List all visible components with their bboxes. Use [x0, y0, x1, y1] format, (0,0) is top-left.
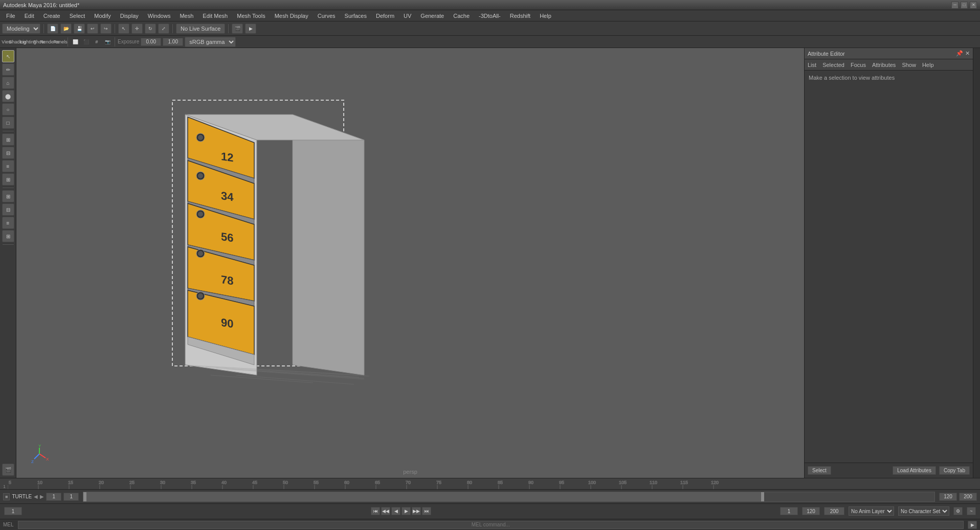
extra3-btn[interactable]: ≡ [2, 217, 14, 229]
pin-icon[interactable]: 📌 [956, 50, 963, 57]
render-view-btn[interactable]: 🎬 [2, 464, 14, 476]
menu-deform[interactable]: Deform [372, 12, 398, 20]
ipr-btn[interactable]: ▶ [245, 24, 256, 34]
redo-btn[interactable]: ↪ [100, 24, 112, 34]
go-end-btn[interactable]: ⏭ [422, 507, 431, 515]
execute-mel-btn[interactable]: ▶ [968, 521, 977, 529]
select-tool-btn[interactable]: ↖ [2, 50, 14, 62]
go-start-btn[interactable]: ⏮ [371, 507, 380, 515]
attr-show-tab[interactable]: Show [902, 62, 916, 68]
menu-curves[interactable]: Curves [314, 12, 340, 20]
menu-mesh[interactable]: Mesh [175, 12, 197, 20]
extra4-btn[interactable]: ⊞ [2, 230, 14, 242]
save-btn[interactable]: 💾 [74, 24, 85, 34]
playback-speed-input[interactable] [63, 493, 79, 501]
mel-input[interactable] [18, 521, 964, 529]
close-btn[interactable]: ✕ [970, 2, 977, 9]
menu-uv[interactable]: UV [399, 12, 415, 20]
new-btn[interactable]: 📄 [47, 24, 58, 34]
menu-help[interactable]: Help [536, 12, 555, 20]
menu-file[interactable]: File [2, 12, 19, 20]
scale-tool[interactable]: ⤢ [158, 24, 169, 34]
square-tool-btn[interactable]: □ [2, 117, 14, 129]
rotate-tool[interactable]: ↻ [145, 24, 156, 34]
menu-redshift[interactable]: Redshift [506, 12, 534, 20]
menu-generate[interactable]: Generate [416, 12, 448, 20]
menu-3dto[interactable]: -3DtoAll- [475, 12, 505, 20]
paint-tool-btn[interactable]: ✏ [2, 63, 14, 76]
extra2-btn[interactable]: ⊟ [2, 203, 14, 216]
max-range-display[interactable] [824, 507, 844, 515]
menu-display[interactable]: Display [116, 12, 143, 20]
step-fwd-btn[interactable]: ▶▶ [412, 507, 421, 515]
grid-tool-btn[interactable]: ⊞ [2, 133, 14, 146]
circle-tool-btn[interactable]: ○ [2, 103, 14, 116]
grid2-tool-btn[interactable]: ⊟ [2, 147, 14, 159]
wireframe-btn[interactable]: ⬜ [71, 37, 80, 47]
play-fwd-btn[interactable]: ▶ [402, 507, 411, 515]
camera-btn[interactable]: 📷 [103, 37, 112, 47]
range-end2-input[interactable] [959, 493, 977, 501]
menu-windows[interactable]: Windows [144, 12, 175, 20]
attr-selected-tab[interactable]: Selected [822, 62, 844, 68]
menu-edit-mesh[interactable]: Edit Mesh [198, 12, 232, 20]
anim-curve-btn[interactable]: ~ [967, 507, 976, 515]
attr-editor-close[interactable]: 📌 ✕ [956, 50, 970, 57]
exposure-input[interactable] [141, 38, 161, 46]
live-surface-btn[interactable]: No Live Surface [176, 24, 225, 34]
close-icon[interactable]: ✕ [965, 50, 970, 57]
undo-btn[interactable]: ↩ [87, 24, 98, 34]
menu-select[interactable]: Select [65, 12, 90, 20]
smooth-btn[interactable]: ⬛ [81, 37, 91, 47]
anim-settings-btn[interactable]: ⚙ [953, 507, 963, 515]
menu-mesh-tools[interactable]: Mesh Tools [233, 12, 269, 20]
gamma-input[interactable] [163, 38, 183, 46]
select-btn[interactable]: Select [808, 466, 831, 475]
next-renderer-btn[interactable]: ▶ [40, 494, 44, 499]
menu-surfaces[interactable]: Surfaces [341, 12, 371, 20]
menu-edit[interactable]: Edit [20, 12, 38, 20]
timeline-handle-left[interactable] [83, 492, 86, 501]
brush-tool-btn[interactable]: ⬤ [2, 90, 14, 102]
viewport[interactable]: 12 34 [16, 48, 804, 478]
mode-dropdown[interactable]: Modeling [2, 24, 40, 34]
sep2 [115, 24, 115, 33]
lighting-menu-btn[interactable]: Lighting [24, 37, 33, 47]
title-bar-controls[interactable]: ─ □ ✕ [951, 2, 977, 9]
menu-create[interactable]: Create [39, 12, 64, 20]
detail-tool-btn[interactable]: ⊞ [2, 173, 14, 186]
attr-list-tab[interactable]: List [808, 62, 816, 68]
play-back-btn[interactable]: ◀ [391, 507, 400, 515]
frame-count-input[interactable] [46, 493, 61, 501]
prev-renderer-btn[interactable]: ◀ [34, 494, 38, 499]
maximize-btn[interactable]: □ [961, 2, 968, 9]
panels-menu-btn[interactable]: Panels [56, 37, 65, 47]
grid-btn[interactable]: # [92, 37, 101, 47]
load-attributes-btn[interactable]: Load Attributes [893, 466, 936, 475]
gamma-dropdown[interactable]: sRGB gamma [185, 37, 236, 47]
open-btn[interactable]: 📂 [60, 24, 72, 34]
move-tool[interactable]: ✛ [131, 24, 143, 34]
timeline-track[interactable] [83, 492, 935, 502]
line-tool-btn[interactable]: ≡ [2, 160, 14, 172]
character-set-dropdown[interactable]: No Character Set [898, 506, 949, 516]
anim-layer-dropdown[interactable]: No Anim Layer [849, 506, 894, 516]
end-range-display[interactable] [802, 507, 820, 515]
render-btn[interactable]: 🎬 [232, 24, 243, 34]
copy-tab-btn[interactable]: Copy Tab [939, 466, 970, 475]
attr-attributes-tab[interactable]: Attributes [872, 62, 896, 68]
step-back-btn[interactable]: ◀◀ [381, 507, 390, 515]
attr-help-tab[interactable]: Help [922, 62, 934, 68]
end-frame-display[interactable] [780, 507, 798, 515]
current-frame-input[interactable] [4, 507, 22, 515]
range-end-input[interactable] [939, 493, 957, 501]
sculpt-tool-btn[interactable]: ⌂ [2, 77, 14, 89]
timeline-handle-right[interactable] [761, 492, 764, 501]
select-tool[interactable]: ↖ [118, 24, 129, 34]
attr-focus-tab[interactable]: Focus [851, 62, 866, 68]
menu-modify[interactable]: Modify [90, 12, 115, 20]
menu-cache[interactable]: Cache [449, 12, 474, 20]
minimize-btn[interactable]: ─ [951, 2, 959, 9]
extra1-btn[interactable]: ⊞ [2, 190, 14, 202]
menu-mesh-display[interactable]: Mesh Display [271, 12, 313, 20]
